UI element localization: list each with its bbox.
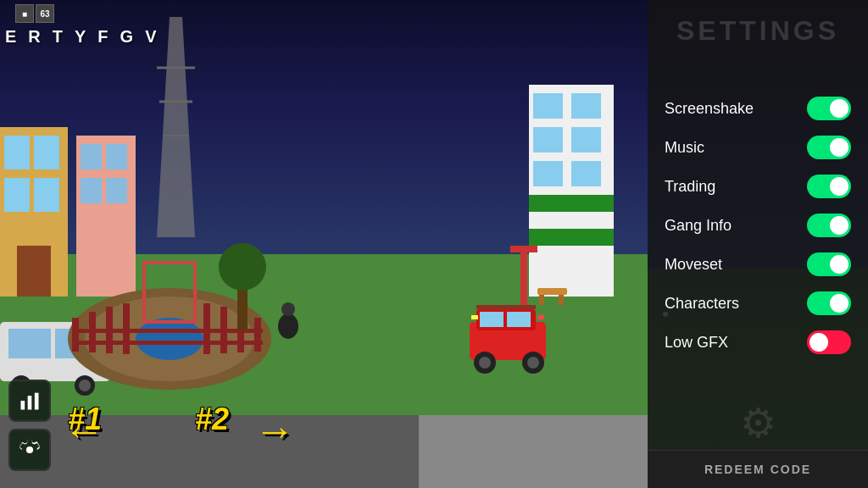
svg-rect-5 xyxy=(4,178,30,212)
right-scene xyxy=(419,0,648,488)
toggle-trading[interactable] xyxy=(807,175,851,198)
toggle-knob-characters xyxy=(830,294,849,313)
svg-point-40 xyxy=(278,313,298,339)
setting-label-low-gfx: Low GFX xyxy=(665,334,728,352)
setting-label-music: Music xyxy=(665,139,704,157)
svg-point-26 xyxy=(136,318,203,360)
toggle-gang-info[interactable] xyxy=(807,214,851,237)
svg-point-66 xyxy=(527,357,539,369)
svg-rect-49 xyxy=(571,127,601,152)
settings-panel: SETTINGS Screenshake Music Trading xyxy=(648,0,868,488)
setting-label-trading: Trading xyxy=(665,178,715,196)
svg-rect-51 xyxy=(571,161,601,186)
svg-rect-6 xyxy=(34,178,59,212)
toggle-knob-music xyxy=(830,138,849,157)
svg-rect-7 xyxy=(17,246,51,297)
svg-rect-48 xyxy=(533,127,563,152)
toggle-music[interactable] xyxy=(807,136,851,159)
svg-marker-20 xyxy=(157,17,195,237)
setting-label-gang-info: Gang Info xyxy=(665,217,732,235)
setting-label-characters: Characters xyxy=(665,295,739,313)
key-t: T xyxy=(47,25,68,48)
setting-row-screenshake: Screenshake xyxy=(665,92,851,125)
setting-label-screenshake: Screenshake xyxy=(665,100,754,118)
svg-rect-27 xyxy=(72,318,79,352)
svg-point-64 xyxy=(479,357,491,369)
svg-rect-34 xyxy=(254,318,261,352)
svg-rect-62 xyxy=(507,312,531,327)
svg-point-39 xyxy=(219,243,266,291)
svg-rect-44 xyxy=(419,415,648,488)
svg-rect-17 xyxy=(106,144,127,169)
svg-rect-16 xyxy=(81,144,102,169)
setting-row-trading: Trading xyxy=(665,169,851,203)
arrow-2-icon: → xyxy=(254,408,295,454)
svg-rect-47 xyxy=(571,93,601,119)
svg-rect-69 xyxy=(476,305,536,309)
gear-icon xyxy=(18,438,42,462)
stats-button[interactable] xyxy=(8,380,51,422)
svg-rect-46 xyxy=(533,93,563,119)
setting-row-moveset: Moveset xyxy=(665,247,851,281)
svg-point-14 xyxy=(79,380,91,391)
key-v: V xyxy=(140,25,161,48)
settings-list: Screenshake Music Trading Gang Info xyxy=(648,55,868,396)
toggle-knob-low-gfx xyxy=(810,333,828,352)
svg-point-41 xyxy=(281,302,295,316)
toggle-moveset[interactable] xyxy=(807,252,851,276)
svg-rect-70 xyxy=(21,401,25,410)
svg-rect-57 xyxy=(539,295,544,305)
gear-button[interactable] xyxy=(8,429,51,471)
svg-rect-9 xyxy=(8,329,51,358)
redeem-code-button[interactable]: REDEEM CODE xyxy=(648,450,868,488)
svg-rect-55 xyxy=(510,246,537,252)
setting-row-characters: Characters xyxy=(665,286,851,320)
key-g: G xyxy=(115,25,139,48)
svg-rect-72 xyxy=(35,393,39,410)
toggle-knob-screenshake xyxy=(830,99,849,118)
arrow-2-label: #2 xyxy=(195,402,229,437)
svg-rect-50 xyxy=(533,161,563,186)
settings-title: SETTINGS xyxy=(648,0,868,55)
svg-rect-36 xyxy=(72,341,263,345)
hud-icons xyxy=(8,380,51,471)
svg-rect-71 xyxy=(28,396,32,409)
key-f: F xyxy=(92,25,113,48)
svg-rect-19 xyxy=(106,178,127,203)
arrow-1-icon: ← xyxy=(64,408,104,454)
svg-rect-67 xyxy=(471,315,478,319)
top-badges: ■ 63 xyxy=(15,4,54,23)
toggle-knob-gang-info xyxy=(830,216,849,235)
toggle-characters[interactable] xyxy=(807,291,851,315)
svg-rect-61 xyxy=(480,312,504,327)
game-background: ■ 63 E R T Y F G V #1 ← #2 xyxy=(0,0,868,488)
svg-rect-3 xyxy=(4,136,30,169)
badge-icon: ■ xyxy=(15,4,34,23)
svg-rect-35 xyxy=(72,329,263,333)
toggle-knob-trading xyxy=(830,177,849,196)
key-e: E xyxy=(0,25,21,48)
svg-rect-56 xyxy=(537,288,567,295)
key-y: Y xyxy=(70,25,91,48)
setting-row-gang-info: Gang Info xyxy=(665,208,851,242)
badge-number: 63 xyxy=(36,4,54,23)
setting-row-music: Music xyxy=(665,130,851,164)
key-r: R xyxy=(23,25,45,48)
toggle-knob-moveset xyxy=(830,255,849,274)
bar-chart-icon xyxy=(18,389,42,413)
setting-label-moveset: Moveset xyxy=(665,256,722,274)
setting-row-low-gfx: Low GFX xyxy=(665,325,851,359)
svg-rect-68 xyxy=(537,315,544,319)
toggle-screenshake[interactable] xyxy=(807,97,851,120)
toggle-low-gfx[interactable] xyxy=(807,330,851,354)
keyboard-keys: E R T Y F G V xyxy=(0,25,161,48)
svg-rect-53 xyxy=(529,229,614,246)
svg-rect-52 xyxy=(529,195,614,212)
settings-gear-icon: ⚙ xyxy=(648,396,868,450)
svg-rect-4 xyxy=(34,136,59,169)
svg-rect-18 xyxy=(81,178,102,203)
svg-rect-58 xyxy=(559,295,564,305)
